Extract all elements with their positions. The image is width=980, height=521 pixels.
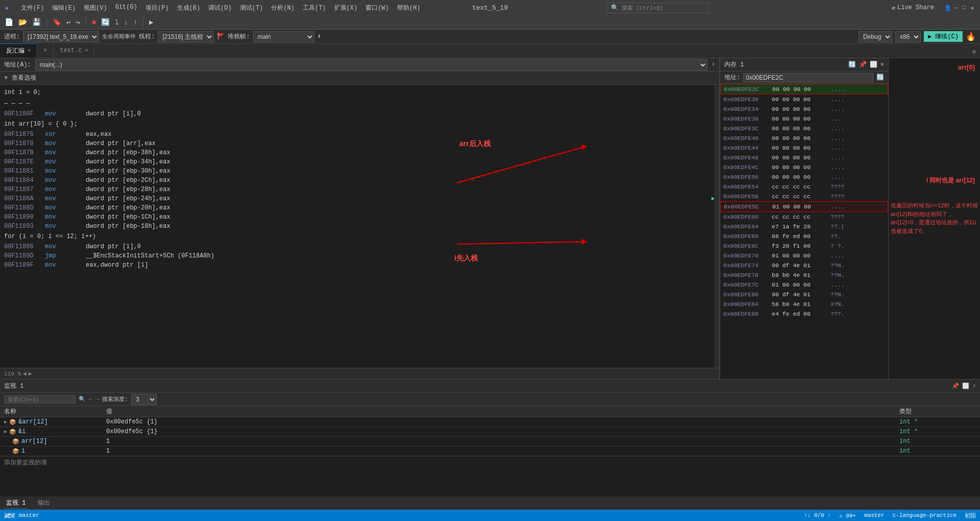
code-instr: mov [45,185,86,194]
run-to-click-btn[interactable]: ▶ [148,17,155,28]
add-watch-item[interactable]: 添加要监视的项 [0,456,980,468]
open-btn[interactable]: 📂 [17,17,29,28]
tab-test-c[interactable]: test.c × [54,43,94,58]
menu-extensions[interactable]: 扩展(X) [331,3,361,13]
stack-select[interactable]: main [253,31,314,42]
menu-git[interactable]: Git(G) [112,3,140,13]
step-out-btn[interactable]: ↑ [132,17,139,28]
tab-disasm-close[interactable]: × [28,48,31,54]
tab-settings-icon[interactable]: ⚙ [968,46,980,58]
memory-addr-label: 地址: [724,73,740,82]
watch-row[interactable]: 📦i1int [0,446,980,456]
tab-separator: × [37,43,54,58]
expand-icon[interactable]: ▼ [4,75,8,82]
code-line: 00F11887movdword ptr [ebp-28h],eax [0,185,719,194]
memory-content: 0x00EDFE2C00 00 00 00....0x00EDFE3000 00… [720,84,888,379]
continue-button[interactable]: ▶ 继续(C) [924,31,963,42]
memory-rows-container: 0x00EDFE2C00 00 00 00....0x00EDFE3000 00… [720,84,888,319]
mem-row-addr: 0x00EDFE3C [723,124,772,133]
code-instr: mov [45,109,86,119]
watch-close-btn[interactable]: × [972,383,976,389]
new-file-btn[interactable]: 📄 [3,17,15,28]
process-select[interactable]: [17392] text_5_19.exe [23,31,99,42]
watch-row[interactable]: ▶📦&i0x00edfe5c {1}int * [0,427,980,437]
branch-status[interactable]: master [864,512,885,518]
memory-float-btn[interactable]: ⬜ [870,61,877,68]
step-in-btn[interactable]: ↓ [122,17,129,28]
save-btn[interactable]: 💾 [31,17,42,28]
hot-reload-icon[interactable]: 🔥 [966,32,976,42]
minimize-button[interactable]: — [952,4,960,11]
warning-count[interactable]: ⚠ 99+ [839,512,856,519]
mem-row-bytes: 88 fe ed 00 [772,232,830,241]
user-icon[interactable]: 👤 [944,4,951,11]
arch-select[interactable]: x86 [895,31,921,42]
memory-pin-btn[interactable]: 📌 [859,61,867,68]
close-button[interactable]: ✕ [969,4,976,11]
watch-search-input[interactable] [4,395,76,404]
code-operand: eax,eax [86,130,715,139]
code-instr: mov [45,139,86,148]
address-select[interactable]: main(...) [35,59,707,70]
memory-refresh-btn[interactable]: 🔄 [848,61,856,68]
redo-btn[interactable]: ↪ [74,17,81,28]
disasm-scrollbar[interactable] [714,85,719,368]
menu-window[interactable]: 窗口(W) [362,3,392,13]
watch-row-value: 1 [106,447,899,455]
memory-close-btn[interactable]: × [880,61,884,68]
expand-icon[interactable]: ▶ [4,429,7,435]
zoom-increase-btn[interactable]: ▶ [29,370,32,377]
menu-build[interactable]: 生成(B) [174,3,204,13]
address-dropdown-icon[interactable]: ⬇ [712,61,715,68]
debug-mode-select[interactable]: Debug [859,31,892,42]
mem-row-addr: 0x00EDFE54 [723,182,772,191]
mem-row-chars: X?N. [830,300,845,309]
menu-test[interactable]: 测试(T) [237,3,266,13]
memory-addr-refresh-icon[interactable]: 🔄 [876,74,884,81]
mem-row-addr: 0x00EDFE70 [723,251,772,260]
error-count[interactable]: ↑↓ 0/0 ↑ [804,512,831,518]
expand-icon[interactable]: ▶ [4,419,7,425]
watch-row[interactable]: ▶📦&arr[12]0x00edfe5c {1}int * [0,417,980,427]
menu-view[interactable]: 视图(V) [81,3,110,13]
memory-row: 0x00EDFE5000 00 00 00.... [720,172,888,182]
mem-row-chars: .... [831,202,845,211]
menu-project[interactable]: 项目(P) [142,3,172,13]
watch-pin-btn[interactable]: 📌 [952,383,959,389]
code-instr: mov [45,194,86,203]
stop-btn[interactable]: ■ [90,17,97,28]
panel-tab-watch[interactable]: 监视 1 [4,498,28,509]
tab-disasm[interactable]: 反汇编 × [0,43,37,58]
step-over-btn[interactable]: ⤵ [113,17,120,28]
menu-debug[interactable]: 调试(D) [205,3,235,13]
mem-row-bytes: 01 00 00 00 [772,202,831,211]
menu-tools[interactable]: 工具(T) [300,3,329,13]
mem-row-bytes: 90 df 4e 01 [772,261,830,270]
undo-btn[interactable]: ↩ [65,17,72,28]
panel-tab-output[interactable]: 输出 [36,498,52,508]
watch-row[interactable]: 📦arr[12]1int [0,437,980,446]
watch-nav-next[interactable]: → [95,396,99,403]
menu-file[interactable]: 文件(F) [18,3,47,13]
watch-float-btn[interactable]: ⬜ [962,383,969,389]
menu-analyze[interactable]: 分析(N) [268,3,298,13]
mem-row-addr: 0x00EDFE78 [723,271,772,279]
zoom-decrease-btn[interactable]: ◀ [23,370,27,377]
tab-test-c-close[interactable]: × [85,48,88,54]
watch-search-icon[interactable]: 🔍 [79,396,86,402]
menu-edit[interactable]: 编辑(E) [49,3,79,13]
code-line: 00F11881movdword ptr [ebp-30h],eax [0,167,719,176]
zoom-level: 119 % [4,371,21,377]
live-share-button[interactable]: ⇄ Live Share [892,4,934,12]
thread-select[interactable]: [21516] 主线程 [158,31,214,42]
menu-help[interactable]: 帮助(H) [394,3,424,13]
watch-nav-prev[interactable]: ← [89,396,92,403]
bookmark-btn[interactable]: 🔖 [51,17,63,28]
mem-row-chars: .... [830,251,845,260]
maximize-button[interactable]: □ [961,4,968,11]
restart-btn[interactable]: 🔄 [100,17,111,28]
code-addr: 00F1187B [4,148,45,157]
search-box[interactable]: 🔍 搜索 (Ctrl+Q) [606,3,708,13]
watch-depth-select[interactable]: 3 [131,394,157,405]
memory-addr-input[interactable] [743,73,873,82]
